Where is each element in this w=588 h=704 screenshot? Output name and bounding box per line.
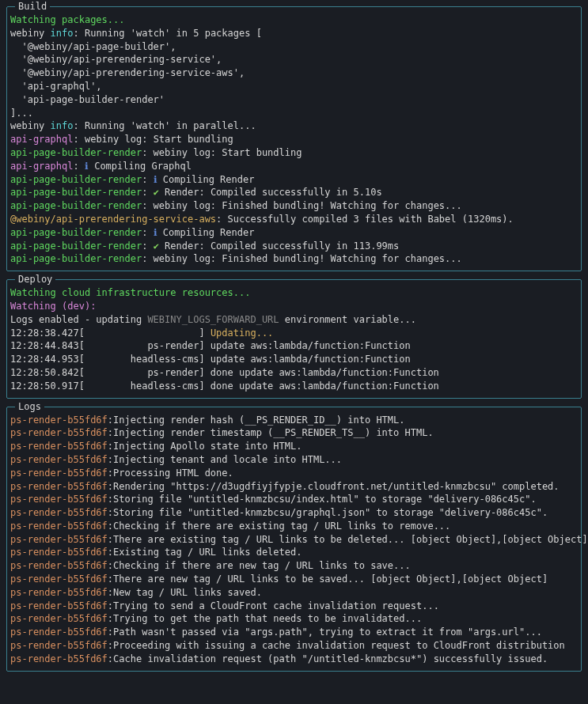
log-segment: :Trying to get the path that needs to be… <box>108 613 422 624</box>
log-segment: : webiny log: Start bundling <box>73 134 233 145</box>
log-segment: : <box>142 240 153 252</box>
log-line: api-graphql: ℹ Compiling Graphql <box>10 160 578 173</box>
log-segment: : Successfully compiled 3 files with Bab… <box>216 214 514 225</box>
log-segment: : <box>142 187 153 198</box>
log-segment: :Trying to send a CloudFront cache inval… <box>108 600 439 611</box>
log-line: ps-render-b55fd6f:There are new tag / UR… <box>10 573 578 586</box>
log-line: ps-render-b55fd6f:Storing file "untitled… <box>10 493 578 506</box>
deploy-panel-title: Deploy <box>15 273 55 286</box>
log-line: ps-render-b55fd6f:Checking if there are … <box>10 559 578 573</box>
log-segment: 12:28:50.842[ ps-render] done update aws… <box>10 367 439 378</box>
log-segment: WEBINY_LOGS_FORWARD_URL <box>147 314 279 325</box>
log-segment: ps-render-b55fd6f <box>10 454 108 465</box>
log-segment: Watching packages... <box>10 14 125 25</box>
log-line: api-graphql: webiny log: Start bundling <box>10 133 578 146</box>
log-line: 'api-graphql', <box>10 80 578 93</box>
log-segment: ✔ <box>154 187 159 198</box>
log-line: ps-render-b55fd6f:Trying to get the path… <box>10 612 578 626</box>
log-line: ps-render-b55fd6f:Injecting render times… <box>10 426 578 440</box>
logs-log-body: ps-render-b55fd6f:Injecting render hash … <box>10 414 578 666</box>
log-line: api-page-builder-render: webiny log: Fin… <box>10 252 578 266</box>
log-segment: :Storing file "untitled-knmzbcsu/graphql… <box>108 507 548 518</box>
log-segment: : Running 'watch' in 5 packages [ <box>73 28 261 39</box>
log-segment: api-page-builder-render <box>10 253 142 264</box>
log-segment: ps-render-b55fd6f <box>10 427 108 438</box>
log-line: ps-render-b55fd6f:Rendering "https://d3u… <box>10 480 578 494</box>
build-panel: Build Watching packages...webiny info: R… <box>6 6 582 271</box>
log-segment: 12:28:38.427[ ] <box>10 327 211 339</box>
log-segment: ps-render-b55fd6f <box>10 587 108 598</box>
log-segment: :New tag / URL links saved. <box>108 587 262 598</box>
log-line: api-page-builder-render: webiny log: Fin… <box>10 199 578 213</box>
log-segment: api-page-builder-render <box>10 174 142 185</box>
logs-panel-title: Logs <box>15 400 44 414</box>
log-line: 12:28:50.842[ ps-render] done update aws… <box>10 366 578 380</box>
deploy-log-body: Watching cloud infrastructure resources.… <box>10 286 578 392</box>
log-segment: :Path wasn't passed via "args.path", try… <box>108 626 542 638</box>
log-line: api-page-builder-render: ℹ Compiling Ren… <box>10 226 578 240</box>
log-line: '@webiny/api-prerendering-service', <box>10 53 578 66</box>
log-segment: ps-render-b55fd6f <box>10 547 108 558</box>
log-segment: ps-render-b55fd6f <box>10 520 108 532</box>
log-segment: info <box>51 28 74 39</box>
log-segment: api-page-builder-render <box>10 147 142 158</box>
log-segment: '@webiny/api-prerendering-service', <box>10 54 222 65</box>
log-line: Logs enabled - updating WEBINY_LOGS_FORW… <box>10 313 578 327</box>
log-segment: Compiling Render <box>157 227 255 238</box>
log-segment: 12:28:44.843[ ps-render] update aws:lamb… <box>10 340 411 351</box>
log-segment: ps-render-b55fd6f <box>10 441 108 452</box>
log-segment: :Injecting tenant and locale into HTML..… <box>108 454 342 465</box>
log-segment: : <box>73 161 84 172</box>
log-line: ps-render-b55fd6f:Cache invalidation req… <box>10 653 578 666</box>
log-line: '@webiny/api-prerendering-service-aws', <box>10 66 578 80</box>
log-segment: : webiny log: Finished bundling! Watchin… <box>142 253 462 264</box>
log-line: ps-render-b55fd6f:New tag / URL links sa… <box>10 586 578 600</box>
log-line: ps-render-b55fd6f:Storing file "untitled… <box>10 506 578 520</box>
log-segment: :Cache invalidation request (path "/unti… <box>108 653 548 664</box>
log-segment: :Checking if there are new tag / URL lin… <box>108 560 411 571</box>
log-segment: Watching cloud infrastructure resources.… <box>10 287 250 298</box>
log-segment: '@webiny/api-prerendering-service-aws', <box>10 67 245 78</box>
log-segment: api-page-builder-render <box>10 187 142 198</box>
log-segment: :Injecting render hash (__PS_RENDER_ID__… <box>108 414 405 426</box>
log-line: Watching (dev): <box>10 300 578 313</box>
log-segment: api-page-builder-render <box>10 200 142 211</box>
log-segment: :Checking if there are existing tag / UR… <box>108 520 450 532</box>
log-segment: Logs enabled - updating <box>10 314 147 325</box>
log-segment: ps-render-b55fd6f <box>10 481 108 492</box>
log-line: ps-render-b55fd6f:Existing tag / URL lin… <box>10 546 578 559</box>
log-line: ps-render-b55fd6f:Injecting tenant and l… <box>10 453 578 467</box>
log-segment: ps-render-b55fd6f <box>10 653 108 664</box>
deploy-panel: Deploy Watching cloud infrastructure res… <box>6 279 582 398</box>
log-segment: Updating... <box>211 327 273 339</box>
log-segment: api-graphql <box>10 161 73 172</box>
log-segment: ps-render-b55fd6f <box>10 613 108 624</box>
log-line: ps-render-b55fd6f:Injecting render hash … <box>10 414 578 427</box>
log-line: api-page-builder-render: ℹ Compiling Ren… <box>10 173 578 187</box>
log-segment: '@webiny/api-page-builder', <box>10 41 176 52</box>
log-segment: :There are new tag / URL links to be sav… <box>108 573 548 585</box>
build-log-body: Watching packages...webiny info: Running… <box>10 13 578 266</box>
log-segment: Watching (dev): <box>10 301 96 312</box>
log-line: api-page-builder-render: ✔ Render: Compi… <box>10 240 578 253</box>
log-line: 12:28:50.917[ headless-cms] done update … <box>10 380 578 393</box>
log-segment: Render: Compiled successfully in 113.99m… <box>159 240 399 252</box>
log-segment: ps-render-b55fd6f <box>10 414 108 426</box>
log-segment: ✔ <box>154 240 159 252</box>
log-segment: api-graphql <box>10 134 73 145</box>
log-line: Watching cloud infrastructure resources.… <box>10 286 578 300</box>
logs-panel: Logs ps-render-b55fd6f:Injecting render … <box>6 407 582 672</box>
log-line: '@webiny/api-page-builder', <box>10 40 578 54</box>
log-line: webiny info: Running 'watch' in parallel… <box>10 119 578 133</box>
log-segment: 12:28:44.953[ headless-cms] update aws:l… <box>10 354 411 365</box>
log-line: ps-render-b55fd6f:Checking if there are … <box>10 520 578 533</box>
log-line: 12:28:38.427[ ] Updating... <box>10 327 578 340</box>
log-segment: ps-render-b55fd6f <box>10 534 108 545</box>
log-segment: Render: Compiled successfully in 5.10s <box>159 187 382 198</box>
log-segment: ps-render-b55fd6f <box>10 507 108 518</box>
log-line: 12:28:44.843[ ps-render] update aws:lamb… <box>10 339 578 353</box>
log-segment: Compiling Render <box>157 174 255 185</box>
log-segment: api-page-builder-render <box>10 240 142 252</box>
log-segment: 'api-graphql', <box>10 81 102 92</box>
log-segment: ps-render-b55fd6f <box>10 560 108 571</box>
